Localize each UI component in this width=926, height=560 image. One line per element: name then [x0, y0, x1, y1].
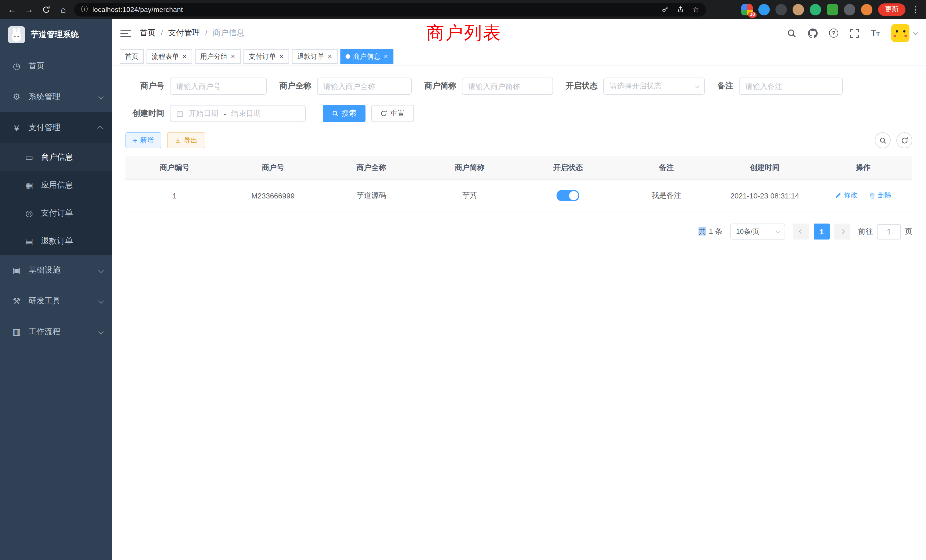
- cell-merchant-no: M233666999: [224, 179, 322, 212]
- user-menu[interactable]: [891, 24, 917, 42]
- extension-icon-1[interactable]: 10: [741, 4, 753, 15]
- page-size-select[interactable]: 10条/页: [731, 224, 785, 239]
- extension-icon-3[interactable]: [775, 4, 787, 15]
- chevron-down-icon: [695, 83, 700, 88]
- address-bar[interactable]: ⓘ localhost:1024/pay/merchant ☆: [74, 3, 706, 16]
- merchant-no-input[interactable]: [170, 77, 267, 95]
- date-range-picker[interactable]: 开始日期 - 结束日期: [170, 105, 306, 122]
- browser-update-button[interactable]: 更新: [878, 3, 905, 16]
- sidebar-item-app-info[interactable]: ▦ 应用信息: [0, 171, 112, 199]
- add-button[interactable]: + 新增: [126, 132, 161, 148]
- tab-pay-order[interactable]: 支付订单 ×: [244, 49, 289, 64]
- trash-icon: [869, 192, 876, 199]
- sidebar-item-workflow[interactable]: ▥ 工作流程: [0, 316, 112, 347]
- search-button[interactable]: 搜索: [323, 105, 366, 122]
- close-icon[interactable]: ×: [279, 53, 284, 60]
- browser-menu-button[interactable]: ⋮: [911, 4, 920, 15]
- remark-input[interactable]: [739, 77, 843, 95]
- short-name-input[interactable]: [462, 77, 553, 95]
- sidebar-item-merchant-info[interactable]: ▭ 商户信息: [0, 143, 112, 171]
- github-link-button[interactable]: [808, 28, 818, 38]
- close-icon[interactable]: ×: [182, 53, 187, 60]
- extension-icon-5[interactable]: [809, 4, 821, 15]
- tab-refund-order[interactable]: 退款订单 ×: [292, 49, 337, 64]
- tab-process-form[interactable]: 流程表单 ×: [147, 49, 192, 64]
- fullscreen-button[interactable]: [850, 28, 859, 38]
- app-shell: 芋道管理系统 ◷ 首页 ⚙ 系统管理 ¥ 支付管理: [0, 19, 926, 560]
- toggle-search-button[interactable]: [875, 132, 891, 148]
- yen-icon: ¥: [11, 123, 22, 133]
- sidebar-item-refund-order[interactable]: ▤ 退款订单: [0, 227, 112, 255]
- site-info-icon[interactable]: ⓘ: [81, 5, 88, 14]
- sidebar-item-pay-order[interactable]: ◎ 支付订单: [0, 199, 112, 227]
- reset-button[interactable]: 重置: [371, 105, 414, 122]
- export-button[interactable]: 导出: [167, 132, 205, 148]
- browser-profile-avatar[interactable]: [861, 4, 872, 15]
- breadcrumb-payment[interactable]: 支付管理: [168, 28, 213, 38]
- breadcrumb-home[interactable]: 首页: [140, 28, 168, 38]
- close-icon[interactable]: ×: [383, 53, 388, 60]
- app-logo[interactable]: 芋道管理系统: [0, 19, 112, 51]
- browser-back-button[interactable]: ←: [6, 3, 18, 16]
- url-text: localhost:1024/pay/merchant: [92, 5, 183, 14]
- sidebar-toggle-button[interactable]: [112, 29, 140, 37]
- tab-user-group[interactable]: 用户分组 ×: [195, 49, 241, 64]
- cell-remark: 我是备注: [617, 179, 716, 212]
- user-avatar[interactable]: [891, 24, 909, 42]
- font-size-icon: T: [871, 28, 876, 38]
- pagination: 共1 条 10条/页 1 前往 页: [126, 224, 912, 239]
- github-icon: [808, 28, 818, 38]
- next-page-button[interactable]: [834, 224, 850, 239]
- close-icon[interactable]: ×: [327, 53, 333, 60]
- prev-page-button[interactable]: [793, 224, 809, 239]
- add-button-label: 新增: [140, 135, 154, 145]
- sidebar-item-payment[interactable]: ¥ 支付管理: [0, 112, 112, 143]
- password-key-icon[interactable]: [662, 6, 669, 13]
- app-grid-icon: ▦: [24, 180, 34, 190]
- sidebar-item-label: 工作流程: [29, 327, 61, 337]
- sidebar-subitem-label: 支付订单: [41, 208, 73, 218]
- chevron-right-icon: [840, 229, 845, 234]
- delete-link[interactable]: 删除: [869, 191, 891, 200]
- sidebar-item-label: 支付管理: [29, 123, 61, 133]
- delete-label: 删除: [878, 191, 891, 200]
- refund-doc-icon: ▤: [24, 236, 34, 246]
- status-select[interactable]: 请选择开启状态: [603, 77, 705, 95]
- edit-link[interactable]: 修改: [835, 191, 858, 200]
- close-icon[interactable]: ×: [230, 53, 236, 60]
- browser-reload-button[interactable]: [40, 3, 53, 16]
- extension-icon-7[interactable]: [844, 4, 855, 15]
- table-toolbar: + 新增 导出: [126, 132, 912, 148]
- full-name-input[interactable]: [317, 77, 412, 95]
- goto-page-input[interactable]: [877, 224, 901, 239]
- refresh-table-button[interactable]: [896, 132, 912, 148]
- sidebar-item-infrastructure[interactable]: ▣ 基础设施: [0, 255, 112, 286]
- tab-merchant-info[interactable]: 商户信息 ×: [340, 49, 393, 64]
- col-merchant-no: 商户号: [224, 156, 322, 179]
- download-icon: [174, 137, 181, 144]
- filter-status: 开启状态 请选择开启状态: [566, 77, 705, 95]
- browser-home-button[interactable]: ⌂: [57, 3, 70, 16]
- extension-icon-2[interactable]: [758, 4, 770, 15]
- font-size-button[interactable]: T T: [871, 28, 880, 38]
- sidebar-item-system[interactable]: ⚙ 系统管理: [0, 82, 112, 112]
- extension-icon-4[interactable]: [793, 4, 804, 15]
- chevron-down-icon: [98, 267, 104, 273]
- bookmark-star-icon[interactable]: ☆: [693, 5, 699, 14]
- cell-full-name: 芋道源码: [322, 179, 421, 212]
- total-prefix: 共: [699, 227, 706, 236]
- chevron-down-icon: [98, 94, 104, 100]
- browser-forward-button[interactable]: →: [23, 3, 35, 16]
- sidebar: 芋道管理系统 ◷ 首页 ⚙ 系统管理 ¥ 支付管理: [0, 19, 112, 560]
- sidebar-item-dev-tools[interactable]: ⚒ 研发工具: [0, 286, 112, 316]
- tab-home[interactable]: 首页: [120, 49, 144, 64]
- sidebar-item-home[interactable]: ◷ 首页: [0, 51, 112, 82]
- share-icon[interactable]: [677, 6, 684, 13]
- tab-label: 支付订单: [249, 51, 276, 61]
- header-search-button[interactable]: [787, 28, 797, 38]
- help-button[interactable]: ?: [829, 29, 838, 38]
- status-toggle[interactable]: [557, 190, 580, 201]
- filter-full-name: 商户全称: [279, 77, 412, 95]
- extension-icon-6[interactable]: [827, 4, 838, 15]
- page-1-button[interactable]: 1: [814, 224, 830, 239]
